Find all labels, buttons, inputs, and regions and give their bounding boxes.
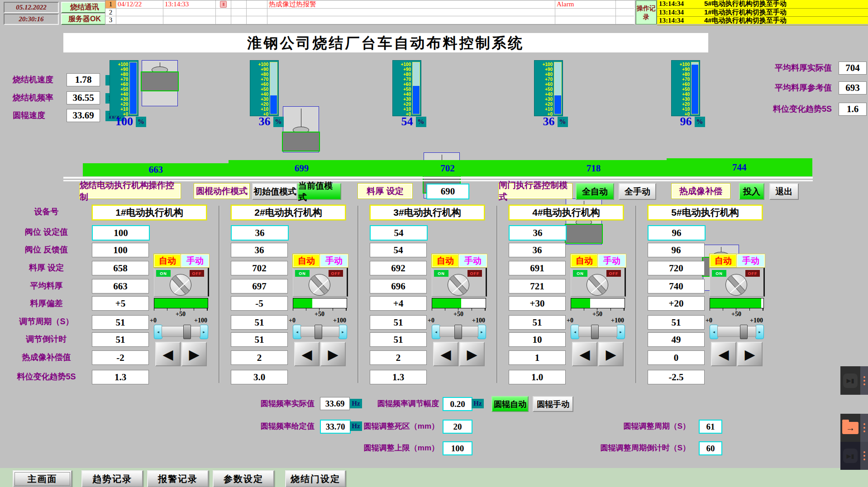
valve-slider[interactable]: ◂▸	[432, 325, 485, 338]
roller-manual-button[interactable]: 圆辊手动	[533, 396, 573, 412]
auto-mode-button[interactable]: 自动	[154, 254, 181, 267]
gauge-tick-label: +50	[672, 87, 690, 92]
valve-position-bar	[154, 298, 208, 308]
selector-knob[interactable]	[448, 274, 469, 296]
gauge-tube	[270, 62, 277, 114]
valve-slider[interactable]: ◂▸	[154, 325, 207, 338]
slider-right-arrow[interactable]: ▸	[616, 325, 625, 339]
valve-slider[interactable]: ◂▸	[710, 325, 763, 338]
manual-mode-button[interactable]: 手动	[181, 254, 209, 267]
overlay-tile-2[interactable]: →	[840, 414, 868, 442]
slider-right-arrow[interactable]: ▸	[339, 325, 347, 339]
increase-button[interactable]: ▶	[737, 342, 763, 366]
manual-mode-button[interactable]: 手动	[737, 254, 765, 267]
valve-setpoint-input[interactable]: 96	[648, 225, 706, 241]
gauge-tick-label: +70	[394, 77, 411, 82]
auto-mode-button[interactable]: 自动	[710, 254, 737, 267]
nav-main-screen-button[interactable]: 主画面	[13, 470, 72, 487]
increase-button[interactable]: ▶	[181, 342, 207, 366]
roller-adj-step-unit: Hz	[472, 399, 484, 408]
value-display: 51	[648, 315, 705, 330]
roller-upper-limit-input[interactable]: 100	[443, 441, 472, 455]
slider-thumb[interactable]	[315, 325, 322, 339]
level-trend-value: 1.6	[839, 103, 867, 116]
manual-mode-button[interactable]: 手动	[320, 254, 348, 267]
increase-button[interactable]: ▶	[320, 342, 346, 366]
overlay-tile-2-body[interactable]: →	[840, 414, 860, 442]
roller-action-mode-button[interactable]: 圆棍动作模式	[194, 183, 250, 199]
overlay-tile-1-body[interactable]: ▶▮	[840, 366, 860, 395]
overlay-tile-2-menu[interactable]	[860, 414, 868, 442]
slider-right-arrow[interactable]: ▸	[755, 325, 764, 339]
slider-track[interactable]	[162, 326, 200, 337]
increase-button[interactable]: ▶	[459, 342, 485, 366]
slider-thumb[interactable]	[454, 325, 462, 339]
selector-knob[interactable]	[309, 274, 330, 296]
overlay-tile-1-menu[interactable]	[860, 366, 868, 395]
manual-mode-button[interactable]: 手动	[598, 254, 626, 267]
roller-countdown-value[interactable]: 60	[699, 441, 722, 455]
gauge-tick-label: +30	[251, 97, 268, 102]
overlay-tile-3[interactable]: ▶▮	[840, 442, 868, 470]
gauge-scale-labels: +100+90+80+70+60+50+40+30+20+10+0	[111, 62, 128, 114]
decrease-button[interactable]: ◀	[155, 342, 181, 366]
valve-slider[interactable]: ◂▸	[293, 325, 346, 338]
decrease-button[interactable]: ◀	[711, 342, 736, 366]
percent-unit-icon: %	[136, 117, 146, 127]
auto-mode-button[interactable]: 自动	[432, 254, 459, 267]
operation-log-message: 5#电动执行机构切换至手动	[702, 0, 868, 8]
overlay-tile-3-body[interactable]: ▶▮	[840, 442, 860, 470]
gauge-tick-label: +40	[535, 92, 553, 97]
slider-thumb[interactable]	[591, 325, 599, 339]
auto-mode-button[interactable]: 自动	[571, 254, 598, 267]
thickness-set-input[interactable]: 690	[426, 184, 469, 199]
selector-knob[interactable]	[725, 274, 747, 296]
alarm-row-number: 1	[105, 0, 116, 9]
gate-percent-readout: 36%	[242, 116, 300, 128]
nav-sinter-door-button[interactable]: 烧结门设定	[285, 470, 346, 487]
full-auto-button[interactable]: 全自动	[576, 183, 614, 200]
valve-setpoint-input[interactable]: 100	[92, 225, 150, 241]
roller-adj-step-input[interactable]: 0.20	[443, 397, 472, 411]
slider-thumb[interactable]	[740, 325, 748, 339]
slider-track[interactable]	[717, 326, 756, 337]
sinter-comm-button[interactable]: 烧结通讯	[61, 2, 108, 13]
decrease-button[interactable]: ◀	[433, 342, 458, 366]
decrease-button[interactable]: ◀	[572, 342, 597, 366]
gate-percent-value: 36	[543, 115, 555, 128]
valve-setpoint-input[interactable]: 36	[231, 225, 289, 241]
initial-value-mode-button[interactable]: 初始值模式	[252, 183, 298, 200]
bar-scale-min: +0	[706, 317, 712, 324]
roller-cycle-input[interactable]: 61	[699, 420, 722, 434]
valve-slider[interactable]: ◂▸	[571, 325, 624, 338]
slider-right-arrow[interactable]: ▸	[477, 325, 486, 339]
decrease-button[interactable]: ◀	[294, 342, 320, 366]
overlay-tile-1[interactable]: ▶▮	[840, 366, 868, 395]
overlay-tile-3-menu[interactable]	[860, 442, 868, 470]
valve-position-bar	[432, 298, 486, 308]
gauge-tick-label: +40	[111, 92, 128, 97]
selector-knob[interactable]	[170, 274, 191, 296]
value-display: +5	[92, 296, 149, 311]
exit-button[interactable]: 退出	[769, 183, 799, 200]
manual-mode-button[interactable]: 手动	[459, 254, 487, 267]
roller-deadband-input[interactable]: 20	[443, 420, 472, 434]
nav-alarm-record-button[interactable]: 报警记录	[147, 470, 209, 487]
actuator-control-button[interactable]: 烧结电动执行机构操作控制	[79, 183, 181, 199]
valve-setpoint-input[interactable]: 54	[370, 225, 428, 241]
roller-freq-set-input[interactable]: 33.70	[320, 420, 351, 434]
increase-button[interactable]: ▶	[598, 342, 624, 366]
auto-mode-button[interactable]: 自动	[293, 254, 320, 267]
valve-setpoint-input[interactable]: 36	[509, 225, 567, 241]
slider-thumb[interactable]	[183, 325, 191, 339]
nav-trend-record-button[interactable]: 趋势记录	[81, 470, 143, 487]
full-manual-button[interactable]: 全手动	[619, 183, 656, 200]
current-value-mode-button[interactable]: 当前值模式	[297, 183, 341, 200]
nav-parameter-set-button[interactable]: 参数设定	[213, 470, 274, 487]
roller-auto-button[interactable]: 圆辊自动	[491, 396, 529, 412]
selector-knob[interactable]	[587, 274, 608, 296]
engage-button[interactable]: 投入	[739, 183, 764, 200]
gauge-tick-label: +100	[111, 62, 128, 67]
server-status-button[interactable]: 服务器OK	[61, 14, 108, 25]
slider-right-arrow[interactable]: ▸	[200, 325, 208, 339]
